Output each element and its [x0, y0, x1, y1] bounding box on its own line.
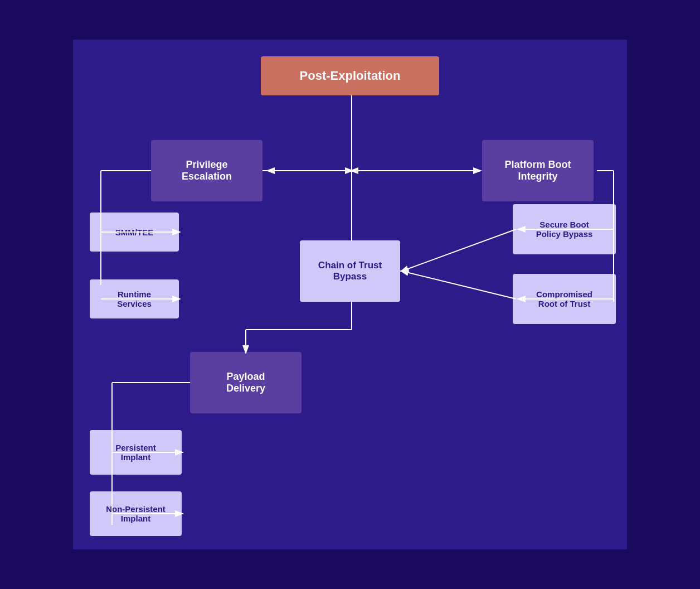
arrow-secureboot-to-chain	[402, 229, 516, 271]
node-payload-delivery: PayloadDelivery	[190, 352, 302, 413]
label-non-persistent-implant: Non-PersistentImplant	[106, 504, 166, 523]
node-runtime-services: RuntimeServices	[90, 279, 179, 318]
node-smm-tee: SMM/TEE	[90, 213, 179, 252]
node-compromised-root-of-trust: CompromisedRoot of Trust	[513, 274, 616, 324]
node-platform-boot-integrity: Platform BootIntegrity	[482, 140, 594, 201]
label-compromised-root-of-trust: CompromisedRoot of Trust	[536, 289, 592, 308]
label-runtime-services: RuntimeServices	[117, 289, 152, 308]
label-post-exploitation: Post-Exploitation	[300, 69, 401, 83]
label-chain-of-trust-bypass: Chain of TrustBypass	[318, 260, 382, 282]
label-secure-boot-policy-bypass: Secure BootPolicy Bypass	[536, 220, 593, 239]
node-non-persistent-implant: Non-PersistentImplant	[90, 491, 182, 536]
node-post-exploitation: Post-Exploitation	[261, 56, 439, 95]
node-persistent-implant: PersistentImplant	[90, 430, 182, 475]
label-payload-delivery: PayloadDelivery	[226, 371, 265, 394]
label-persistent-implant: PersistentImplant	[115, 443, 156, 462]
node-chain-of-trust-bypass: Chain of TrustBypass	[300, 240, 400, 302]
node-secure-boot-policy-bypass: Secure BootPolicy Bypass	[513, 204, 616, 254]
label-smm-tee: SMM/TEE	[115, 228, 153, 237]
label-platform-boot-integrity: Platform BootIntegrity	[505, 159, 571, 182]
node-privilege-escalation: PrivilegeEscalation	[151, 140, 262, 201]
label-privilege-escalation: PrivilegeEscalation	[182, 159, 232, 182]
diagram-container: Post-Exploitation PrivilegeEscalation Pl…	[71, 38, 629, 551]
arrow-compromised-to-chain	[402, 271, 516, 299]
